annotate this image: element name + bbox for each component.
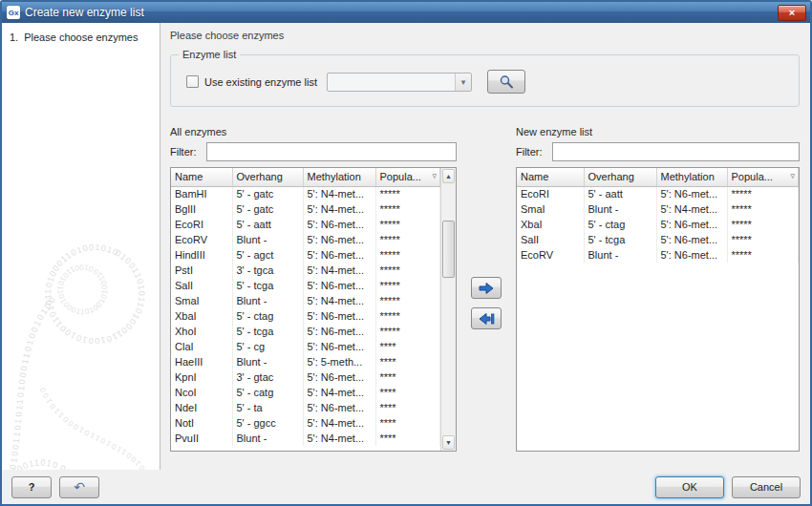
column-header[interactable]: Overhang bbox=[584, 168, 656, 186]
table-cell: Blunt - bbox=[232, 431, 303, 446]
remove-enzyme-button[interactable] bbox=[471, 307, 502, 329]
table-cell: 5' - tcga bbox=[232, 278, 303, 293]
table-row[interactable]: HaeIIIBlunt -5': 5-meth...**** bbox=[171, 354, 440, 369]
all-enzymes-filter-input[interactable] bbox=[206, 142, 457, 161]
table-cell: ***** bbox=[727, 232, 799, 247]
column-header[interactable]: Methylation bbox=[656, 168, 727, 186]
table-cell: 5' - aatt bbox=[232, 217, 303, 232]
table-cell: EcoRI bbox=[517, 186, 584, 201]
browse-enzyme-list-button[interactable] bbox=[487, 70, 525, 94]
table-cell: 5' - tcga bbox=[584, 232, 656, 247]
column-header[interactable]: Name bbox=[171, 168, 232, 186]
table-cell: 5' - ctag bbox=[232, 308, 303, 324]
scrollbar-track[interactable] bbox=[441, 184, 456, 434]
column-header-label: Popula... bbox=[380, 171, 421, 182]
table-row[interactable]: XhoI5' - tcga5': N6-met...***** bbox=[171, 324, 440, 339]
add-enzyme-button[interactable] bbox=[471, 277, 502, 299]
table-row[interactable]: KpnI3' - gtac5': N6-met...**** bbox=[171, 369, 440, 385]
table-row[interactable]: SmaIBlunt -5': N4-met...***** bbox=[171, 293, 440, 308]
svg-text:010011010110100011010010100110: 0100110101101000110100101001101011010001… bbox=[2, 145, 110, 316]
table-cell: **** bbox=[375, 369, 440, 385]
table-cell: **** bbox=[375, 385, 440, 400]
new-enzyme-list-title: New enzyme list bbox=[516, 126, 800, 137]
table-row[interactable]: EcoRI5' - aatt5': N6-met...***** bbox=[171, 217, 440, 232]
existing-enzyme-list-dropdown[interactable]: ▾ bbox=[327, 73, 472, 92]
scrollbar-thumb[interactable] bbox=[442, 221, 455, 278]
reset-button[interactable]: ↶ bbox=[59, 476, 99, 498]
table-cell: EcoRV bbox=[171, 232, 232, 247]
step-number: 1. bbox=[10, 32, 18, 43]
table-cell: SmaI bbox=[517, 201, 584, 217]
dropdown-value bbox=[328, 74, 455, 91]
scroll-down-icon[interactable]: ▼ bbox=[442, 435, 455, 450]
table-cell: 5' - ctag bbox=[584, 217, 656, 232]
ok-button[interactable]: OK bbox=[655, 476, 724, 498]
table-cell: ***** bbox=[375, 201, 440, 217]
column-header[interactable]: Methylation bbox=[303, 168, 375, 186]
all-enzymes-title: All enzymes bbox=[170, 126, 457, 137]
table-row[interactable]: SalI5' - tcga5': N6-met...***** bbox=[517, 232, 799, 247]
table-row[interactable]: XbaI5' - ctag5': N6-met...***** bbox=[171, 308, 440, 324]
table-row[interactable]: EcoRI5' - aatt5': N6-met...***** bbox=[517, 186, 799, 201]
table-cell: 5' - gatc bbox=[232, 186, 303, 201]
table-cell: 5' - catg bbox=[232, 385, 303, 400]
table-cell: PvuII bbox=[171, 431, 232, 446]
vertical-scrollbar[interactable]: ▲ ▼ bbox=[440, 168, 456, 451]
column-header-label: Methylation bbox=[308, 171, 361, 182]
table-cell: ***** bbox=[375, 324, 440, 339]
table-row[interactable]: EcoRVBlunt -5': N6-met...***** bbox=[517, 247, 799, 263]
new-enzyme-list-filter-input[interactable] bbox=[552, 142, 800, 161]
table-cell: **** bbox=[375, 415, 440, 431]
table-row[interactable]: XbaI5' - ctag5': N6-met...***** bbox=[517, 217, 799, 232]
table-cell: SalI bbox=[171, 278, 232, 293]
table-cell: 5' - cg bbox=[232, 339, 303, 354]
filter-label: Filter: bbox=[170, 146, 201, 158]
table-cell: 3' - tgca bbox=[232, 263, 303, 278]
table-row[interactable]: PstI3' - tgca5': N4-met...***** bbox=[171, 263, 440, 278]
table-row[interactable]: SmaIBlunt -5': N4-met...***** bbox=[517, 201, 799, 217]
table-row[interactable]: NcoI5' - catg5': N4-met...**** bbox=[171, 385, 440, 400]
table-cell: ***** bbox=[727, 201, 799, 217]
help-button[interactable]: ? bbox=[11, 476, 52, 498]
table-row[interactable]: ClaI5' - cg5': N6-met...**** bbox=[171, 339, 440, 354]
table-cell: 5': N4-met... bbox=[303, 186, 375, 201]
left-arrow-icon bbox=[478, 312, 495, 326]
table-row[interactable]: BglII5' - gatc5': N4-met...***** bbox=[171, 201, 440, 217]
table-cell: ***** bbox=[727, 186, 799, 201]
column-header-label: Overhang bbox=[237, 171, 283, 182]
table-cell: ***** bbox=[375, 186, 440, 201]
table-cell: XbaI bbox=[517, 217, 584, 232]
table-cell: ***** bbox=[727, 247, 799, 263]
column-header-label: Name bbox=[521, 171, 548, 182]
column-header[interactable]: Overhang bbox=[232, 168, 303, 186]
column-header[interactable]: Popula...▿ bbox=[375, 168, 440, 186]
wizard-sidebar: 1. Please choose enzymes 010011010110100… bbox=[2, 23, 160, 470]
table-cell: 5' - gatc bbox=[232, 201, 303, 217]
table-cell: 5': N6-met... bbox=[656, 217, 727, 232]
table-row[interactable]: NdeI5' - ta5': N6-met...**** bbox=[171, 400, 440, 415]
cancel-button[interactable]: Cancel bbox=[732, 476, 801, 498]
use-existing-enzyme-list-checkbox[interactable] bbox=[186, 75, 199, 88]
table-row[interactable]: EcoRVBlunt -5': N6-met...***** bbox=[171, 232, 440, 247]
table-cell: SalI bbox=[517, 232, 584, 247]
column-header[interactable]: Popula...▿ bbox=[727, 168, 799, 186]
table-cell: 5': 5-meth... bbox=[303, 354, 375, 369]
close-button[interactable]: × bbox=[778, 5, 806, 21]
table-row[interactable]: BamHI5' - gatc5': N4-met...***** bbox=[171, 186, 440, 201]
table-cell: ***** bbox=[727, 217, 799, 232]
table-row[interactable]: NotI5' - ggcc5': N4-met...**** bbox=[171, 415, 440, 431]
titlebar[interactable]: Gx Create new enzyme list × bbox=[2, 2, 810, 23]
table-cell: 5': N4-met... bbox=[303, 263, 375, 278]
table-cell: 5': N4-met... bbox=[303, 385, 375, 400]
table-row[interactable]: PvuIIBlunt -5': N4-met...**** bbox=[171, 431, 440, 446]
table-cell: 5': N4-met... bbox=[656, 201, 727, 217]
table-row[interactable]: HindIII5' - agct5': N6-met...***** bbox=[171, 247, 440, 263]
scroll-up-icon[interactable]: ▲ bbox=[442, 169, 455, 183]
table-row[interactable]: SalI5' - tcga5': N6-met...***** bbox=[171, 278, 440, 293]
groupbox-title: Enzyme list bbox=[179, 49, 240, 60]
column-header[interactable]: Name bbox=[517, 168, 584, 186]
window-title: Create new enzyme list bbox=[25, 6, 773, 19]
magnifier-icon bbox=[499, 74, 515, 90]
table-cell: Blunt - bbox=[232, 293, 303, 308]
table-cell: Blunt - bbox=[584, 201, 656, 217]
